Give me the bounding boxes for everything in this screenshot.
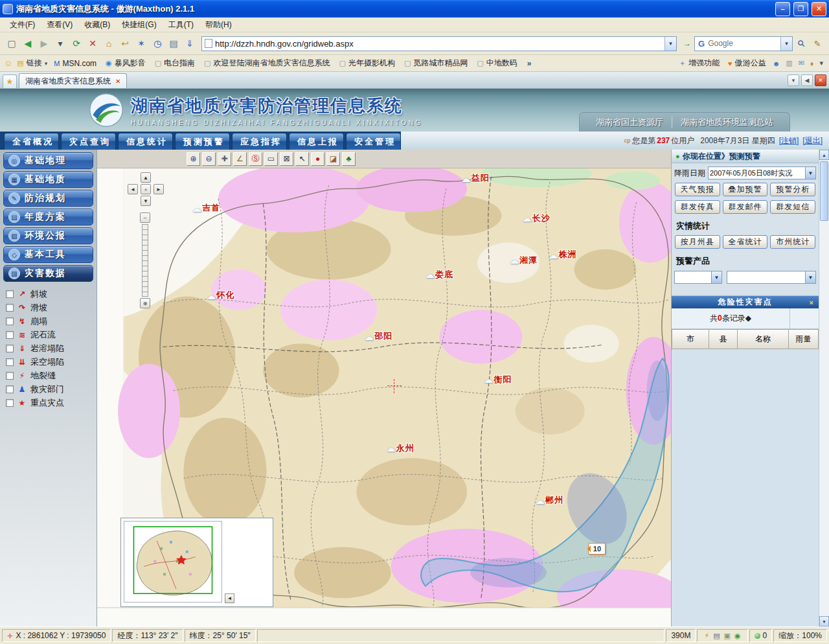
scroll-thumb[interactable] [820,161,828,221]
search-button[interactable]: ⚲ [793,36,809,51]
address-dropdown-button[interactable]: ▾ [664,37,676,51]
clear-select-tool[interactable]: ⊠ [280,152,293,166]
boost-icon[interactable]: ⚡ [704,632,709,640]
zoom-in-tool[interactable]: ⊕ [187,152,200,166]
sidebar-button[interactable]: ◇ 基本工具 [3,246,93,263]
account-icon[interactable]: ☻ [771,60,782,67]
minimize-button[interactable]: – [775,2,790,16]
scroll-down-button[interactable]: ▼ [819,616,829,627]
map-canvas[interactable]: ▲ ◄ ＋ ► ▼ − ⊕ ☁ [97,168,671,627]
nav-tab[interactable]: 安全管理 [346,133,401,150]
pan-down-button[interactable]: ▼ [141,196,151,206]
home-button[interactable]: ⌂ [101,36,117,51]
add-point-tool[interactable]: ● [311,152,324,166]
folder-icon[interactable]: ▣ [724,632,731,640]
stats-button[interactable]: 全省统计 [723,235,768,249]
zoom-cell[interactable]: 缩放：100% [773,629,827,642]
nav-tab[interactable]: 灾点查询 [61,133,116,150]
menu-item[interactable]: 工具(T) [163,17,199,32]
nav-tab[interactable]: 预测预警 [175,133,230,150]
highlight-button[interactable]: ✎ [810,36,825,51]
links-overflow-icon[interactable]: » [525,59,534,68]
address-bar[interactable]: ▾ [201,36,677,51]
gift-icon[interactable]: ♦ [808,60,816,67]
legend-tool[interactable]: ♣ [342,152,356,166]
link-item[interactable]: ▢ 欢迎登陆湖南省地质灾害信息系统 [201,56,335,70]
layer-item[interactable]: ↯ 崩塌 [6,315,91,327]
layer-checkbox[interactable] [6,331,14,339]
panel-button[interactable]: 预警分析 [770,183,815,196]
select-rect-tool[interactable]: ▭ [264,152,278,166]
stats-button[interactable]: 按月州县 [675,235,720,249]
layer-checkbox[interactable] [6,385,14,393]
search-engine-dropdown[interactable]: ▾ [780,37,792,51]
logout-link[interactable]: [注销] [779,135,799,146]
zoom-minus-button[interactable]: − [140,213,150,223]
pan-up-button[interactable]: ▲ [141,172,151,183]
layer-checkbox[interactable] [6,317,14,325]
sidebar-toggle-button[interactable]: ◀ [801,75,813,86]
warning-product-select-1[interactable]: ▼ [674,271,722,284]
link-item[interactable]: ▢ 觅路城市精品网 [401,56,473,70]
danger-column-header[interactable]: 县 [709,329,738,349]
stop-tool[interactable]: Ⓢ [249,152,262,166]
tabbar-close-button[interactable]: ✕ [815,75,826,86]
danger-panel-header[interactable]: 危险性灾害点 × [672,296,819,308]
printer-icon[interactable]: ▤ [713,632,720,640]
measure-tool[interactable]: ∠ [233,152,247,166]
panel-button[interactable]: 叠加预警 [723,183,768,196]
plugin-button[interactable]: ✶ [133,36,149,51]
search-box[interactable]: G ▾ [694,36,793,51]
favorites-button[interactable]: ★ [3,75,17,88]
tab-active[interactable]: 湖南省地质灾害信息系统 ✕ [19,73,127,88]
zoom-plus-button[interactable]: ⊕ [140,298,150,308]
zoom-out-tool[interactable]: ⊖ [202,152,216,166]
sidebar-button[interactable]: ▤ 年度方案 [3,209,93,225]
scroll-up-button[interactable]: ▲ [819,150,829,160]
link-item[interactable]: ▢ 光年摄影机构 [335,56,400,70]
menu-item[interactable]: 帮助(H) [199,17,238,32]
history-dropdown-button[interactable]: ▾ [52,36,68,51]
nav-tab[interactable]: 全省概况 [4,133,59,150]
layer-item[interactable]: ⇊ 采空塌陷 [6,356,91,368]
panel-button[interactable]: 天气预报 [675,183,720,196]
menu-item[interactable]: 文件(F) [4,17,41,32]
tab-list-button[interactable]: ▾ [788,75,799,86]
scheduler-button[interactable]: ◷ [150,36,165,51]
zoom-slider-track[interactable] [142,224,148,297]
exit-link[interactable]: [退出] [802,135,823,146]
nav-tab[interactable]: 应急指挥 [232,133,287,150]
danger-column-header[interactable]: 雨量 [789,329,819,349]
link-item[interactable]: ▢ 电台指南 [152,56,201,70]
feed-icon[interactable]: ✉ [797,59,806,67]
layer-item[interactable]: ↗ 斜坡 [6,288,91,300]
pan-center-button[interactable]: ＋ [141,184,151,194]
links-charity-button[interactable]: ♥ 傲游公益 [725,56,769,70]
panel-icon[interactable]: ▥ [784,59,794,67]
layer-item[interactable]: ⚡ 地裂缝 [6,369,91,382]
overview-map[interactable]: ◄ [120,518,273,607]
link-item[interactable]: M MSN.com [51,58,102,69]
nav-tab[interactable]: 信息上报 [289,133,344,150]
stats-button[interactable]: 市州统计 [770,235,815,249]
go-button[interactable]: → [681,39,694,48]
new-tab-button[interactable]: ▢ [4,36,19,51]
tab-close-icon[interactable]: ✕ [115,78,120,85]
pointer-tool[interactable]: ↖ [295,152,309,166]
panel-button[interactable]: 群发邮件 [723,200,768,214]
pan-tool[interactable]: ✚ [218,152,231,166]
header-link[interactable]: 湖南省地质环境监测总站 [672,117,782,128]
pan-right-button[interactable]: ► [153,184,164,194]
menu-item[interactable]: 快捷组(G) [116,17,162,32]
address-input[interactable] [215,39,664,49]
layer-checkbox[interactable] [6,345,14,352]
layer-checkbox[interactable] [6,372,14,380]
link-item[interactable]: ▤ 链接 ▾ [14,56,51,70]
maximize-button[interactable]: ❐ [793,2,808,16]
nav-tab[interactable]: 信息统计 [118,133,173,150]
links-extend-button[interactable]: ＋ 增强功能 [676,56,723,70]
back-button[interactable]: ◀ [20,36,36,51]
layer-item[interactable]: ⇓ 岩溶塌陷 [6,342,91,354]
download-button[interactable]: ⇓ [182,36,198,51]
stop-button[interactable]: ✕ [85,36,100,51]
